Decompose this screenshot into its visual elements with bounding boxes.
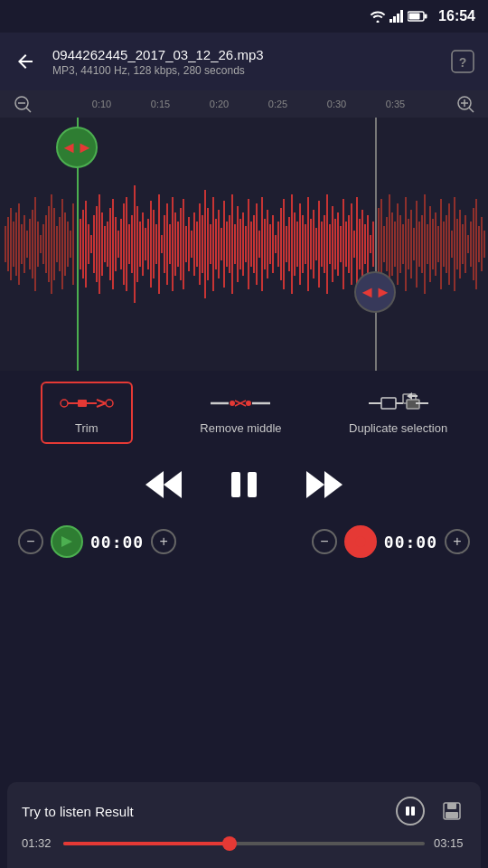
waveform[interactable]: ◄► ◄► [0,118,488,371]
svg-rect-55 [112,199,114,289]
result-time-total: 03:15 [434,836,466,850]
svg-line-15 [469,108,474,112]
svg-rect-146 [359,219,361,269]
svg-rect-187 [473,208,474,280]
svg-rect-165 [413,228,415,260]
svg-rect-38 [61,199,63,289]
svg-rect-91 [210,224,211,264]
svg-rect-85 [193,212,195,276]
help-button[interactable]: ? [446,45,479,78]
controls-area: Trim Remove middle [0,371,488,569]
svg-rect-87 [199,203,201,285]
svg-point-193 [106,400,113,407]
trim-button[interactable]: Trim [41,382,133,444]
svg-rect-121 [291,194,293,294]
result-progress: 01:32 03:15 [22,836,466,850]
zoom-minus-button[interactable] [9,90,36,118]
svg-rect-74 [164,215,165,273]
svg-rect-190 [481,217,483,271]
svg-rect-219 [406,807,409,816]
svg-rect-59 [123,203,125,285]
back-button[interactable] [9,45,42,78]
svg-rect-162 [405,197,407,291]
svg-rect-93 [215,219,217,269]
svg-rect-173 [435,212,436,276]
svg-point-218 [355,536,366,547]
svg-rect-58 [120,219,122,269]
zoom-plus-button[interactable] [452,90,479,118]
svg-line-11 [26,108,31,112]
svg-rect-92 [212,197,214,291]
svg-rect-109 [258,231,260,258]
result-player-title: Try to listen Result [22,804,134,819]
result-pause-button[interactable] [396,797,425,826]
svg-rect-63 [134,185,136,303]
marker-right [375,118,377,371]
svg-rect-81 [183,199,184,289]
forward-button[interactable] [305,468,344,501]
progress-thumb[interactable] [222,836,237,851]
left-position-indicator [51,525,83,558]
svg-rect-152 [378,208,380,280]
handle-right-arrow: ◄► [359,283,391,302]
svg-rect-31 [42,224,44,264]
svg-rect-61 [128,224,130,264]
pause-button[interactable] [220,460,268,509]
svg-rect-51 [101,212,103,276]
svg-rect-159 [397,203,399,285]
svg-rect-84 [191,231,192,258]
svg-rect-166 [416,201,418,288]
svg-rect-117 [280,208,282,280]
battery-icon [408,11,427,22]
svg-rect-103 [242,212,244,276]
svg-rect-131 [318,201,320,288]
svg-rect-107 [253,215,255,273]
svg-rect-40 [67,222,69,267]
svg-rect-129 [313,210,314,278]
svg-rect-108 [256,203,258,285]
svg-rect-151 [372,222,374,267]
svg-rect-94 [218,210,220,278]
svg-rect-50 [99,194,100,294]
svg-rect-28 [34,197,36,291]
svg-rect-88 [202,215,203,273]
svg-rect-23 [21,224,23,264]
svg-rect-112 [267,210,268,278]
result-player-header: Try to listen Result [22,797,466,826]
svg-line-198 [97,403,106,407]
svg-rect-171 [429,206,431,282]
svg-rect-213 [231,472,240,497]
svg-rect-118 [283,199,285,289]
remove-middle-button[interactable]: Remove middle [195,391,286,435]
right-minus-button[interactable]: − [312,529,337,554]
timeline-mark: 0:35 [366,99,425,109]
svg-rect-73 [161,235,163,253]
rewind-button[interactable] [144,468,183,501]
progress-track[interactable] [63,842,425,845]
svg-rect-47 [90,235,92,253]
svg-rect-64 [136,206,138,282]
svg-rect-163 [408,219,409,269]
timeline-mark: 0:30 [307,99,366,109]
svg-rect-6 [425,14,427,19]
svg-rect-19 [10,208,12,280]
handle-right[interactable]: ◄► [354,271,396,313]
svg-rect-57 [117,231,119,258]
result-player: Try to listen Result 01:32 03:15 [7,782,481,868]
duplicate-selection-button[interactable]: Duplicate selection [349,391,447,435]
svg-rect-43 [80,219,81,269]
svg-rect-5 [409,14,420,20]
svg-rect-0 [389,19,392,23]
svg-marker-217 [61,536,72,547]
left-plus-button[interactable]: + [151,529,176,554]
result-save-button[interactable] [437,797,466,826]
file-name: 0944262445_2017_03_12_26.mp3 [52,47,436,62]
svg-rect-106 [250,222,252,267]
handle-left[interactable]: ◄► [56,127,98,168]
svg-rect-39 [64,212,66,276]
right-plus-button[interactable]: + [445,529,470,554]
svg-rect-110 [261,197,263,291]
left-minus-button[interactable]: − [18,529,43,554]
svg-rect-82 [185,226,187,262]
svg-rect-111 [264,219,266,269]
